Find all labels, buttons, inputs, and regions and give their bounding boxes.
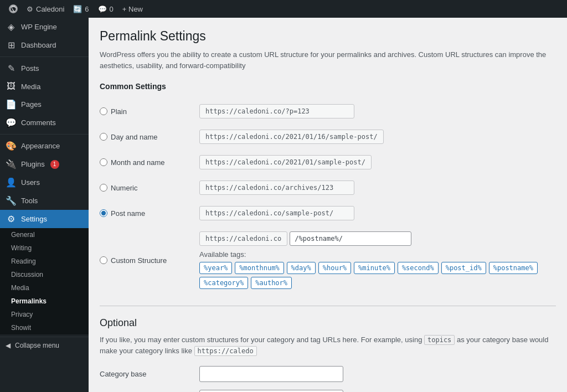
custom-radio[interactable] [100,256,107,264]
month-name-radio[interactable] [100,158,107,166]
submenu-showit[interactable]: Showit [0,321,89,334]
dashboard-icon: ⊞ [6,40,17,50]
admin-sidebar: ◈ WP Engine ⊞ Dashboard ✎ Posts 🖼 Media … [0,18,89,392]
page-title: Permalink Settings [100,29,556,44]
appearance-icon: 🎨 [6,141,17,151]
numeric-radio[interactable] [100,184,107,192]
page-description: WordPress offers you the ability to crea… [100,49,556,71]
submenu-discussion[interactable]: Discussion [0,268,89,281]
users-icon: 👤 [6,177,17,188]
collapse-icon: ◀ [6,342,11,349]
sidebar-item-media[interactable]: 🖼 Media [0,78,89,95]
wp-engine-icon: ◈ [6,22,17,32]
numeric-url: https://caledoni.co/archives/123 [199,180,354,195]
post-name-option-label[interactable]: Post name [100,209,190,218]
table-row: Post name https://caledoni.co/sample-pos… [100,200,556,226]
posts-icon: ✎ [6,63,17,74]
main-content: Permalink Settings WordPress offers you … [89,18,567,392]
custom-structure-input[interactable] [290,231,411,246]
day-name-option-label[interactable]: Day and name [100,133,190,141]
category-base-input[interactable] [199,366,343,382]
plugins-icon: 🔌 [6,159,17,169]
new-label: + New [122,5,143,13]
submenu-media[interactable]: Media [0,281,89,295]
tag-day[interactable]: %day% [287,262,316,274]
tag-category[interactable]: %category% [199,277,248,289]
sidebar-item-wp-engine[interactable]: ◈ WP Engine [0,18,89,36]
sidebar-item-pages[interactable]: 📄 Pages [0,95,89,114]
available-tags-label: Available tags: [199,250,556,259]
tag-postname[interactable]: %postname% [489,262,538,274]
day-name-url: https://caledoni.co/2021/01/16/sample-po… [199,130,384,144]
sidebar-item-plugins[interactable]: 🔌 Plugins 1 [0,155,89,173]
comment-icon: 💬 [98,5,107,13]
table-row: Plain https://caledoni.co/?p=123 [100,99,556,124]
month-name-url: https://caledoni.co/2021/01/sample-post/ [199,155,372,169]
adminbar-comments[interactable]: 💬 0 [94,0,118,18]
custom-structure-wrap: https://caledoni.co [199,231,556,246]
sidebar-item-appearance[interactable]: 🎨 Appearance [0,137,89,155]
month-name-option-label[interactable]: Month and name [100,158,190,167]
updates-count: 0 [110,5,114,13]
tag-hour[interactable]: %hour% [318,262,351,274]
plugins-badge: 1 [50,160,59,169]
tags-wrap: %year% %monthnum% %day% %hour% %minute% … [199,262,556,289]
sidebar-item-dashboard[interactable]: ⊞ Dashboard [0,36,89,54]
day-name-radio[interactable] [100,133,107,141]
section-divider [100,306,556,306]
collapse-menu-button[interactable]: ◀ Collapse menu [0,337,89,354]
optional-description: If you like, you may enter custom struct… [100,334,556,356]
settings-submenu: General Writing Reading Discussion Media… [0,228,89,334]
common-settings-title: Common Settings [100,82,556,91]
plain-radio[interactable] [100,107,107,115]
adminbar-wp-engine[interactable]: ⚙ Caledoni [22,0,69,18]
optional-title: Optional [100,317,556,329]
adminbar-new[interactable]: + New [118,0,147,18]
submenu-permalinks[interactable]: Permalinks [0,295,89,308]
table-row: Numeric https://caledoni.co/archives/123 [100,175,556,200]
sidebar-item-tools[interactable]: 🔧 Tools [0,192,89,210]
tools-icon: 🔧 [6,195,17,206]
media-icon: 🖼 [6,81,17,91]
settings-icon: ⚙ [6,214,17,224]
admin-bar: ⚙ Caledoni 🔄 6 💬 0 + New [0,0,567,18]
optional-url-example: https://caledo [194,346,257,356]
category-base-label: Category base [100,370,199,378]
tag-author[interactable]: %author% [251,277,292,289]
sidebar-item-comments[interactable]: 💬 Comments [0,114,89,132]
post-name-radio[interactable] [100,209,107,217]
updates-icon: 🔄 [73,5,82,13]
sidebar-item-users[interactable]: 👤 Users [0,173,89,192]
custom-option-label[interactable]: Custom Structure [100,256,190,265]
sidebar-item-settings[interactable]: ⚙ Settings [0,210,89,228]
tag-second[interactable]: %second% [398,262,439,274]
tag-base-input[interactable] [199,390,343,392]
table-row: Custom Structure https://caledoni.co Ava… [100,226,556,295]
plain-option-label[interactable]: Plain [100,107,190,116]
tag-year[interactable]: %year% [199,262,232,274]
tag-post-id[interactable]: %post_id% [441,262,486,274]
pages-icon: 📄 [6,99,17,110]
post-name-url: https://caledoni.co/sample-post/ [199,206,354,220]
wp-engine-icon: ⚙ [27,5,33,13]
numeric-option-label[interactable]: Numeric [100,184,190,192]
tag-monthnum[interactable]: %monthnum% [235,262,284,274]
submenu-reading[interactable]: Reading [0,255,89,268]
adminbar-updates[interactable]: 🔄 6 [69,0,93,18]
tag-minute[interactable]: %minute% [354,262,395,274]
table-row: Month and name https://caledoni.co/2021/… [100,149,556,175]
custom-base-url: https://caledoni.co [199,231,287,246]
site-name-label: Caledoni [36,5,64,13]
optional-form: Category base Tag base [100,366,556,392]
table-row: Day and name https://caledoni.co/2021/01… [100,124,556,149]
submenu-writing[interactable]: Writing [0,241,89,255]
submenu-general[interactable]: General [0,228,89,241]
submenu-privacy[interactable]: Privacy [0,308,89,321]
plain-url: https://caledoni.co/?p=123 [199,104,354,118]
permalink-options-table: Plain https://caledoni.co/?p=123 Day and… [100,99,556,295]
optional-code: topics [424,335,455,345]
comments-count: 6 [85,5,89,13]
wp-logo[interactable] [4,0,22,18]
sidebar-item-posts[interactable]: ✎ Posts [0,59,89,78]
comments-icon: 💬 [6,117,17,128]
